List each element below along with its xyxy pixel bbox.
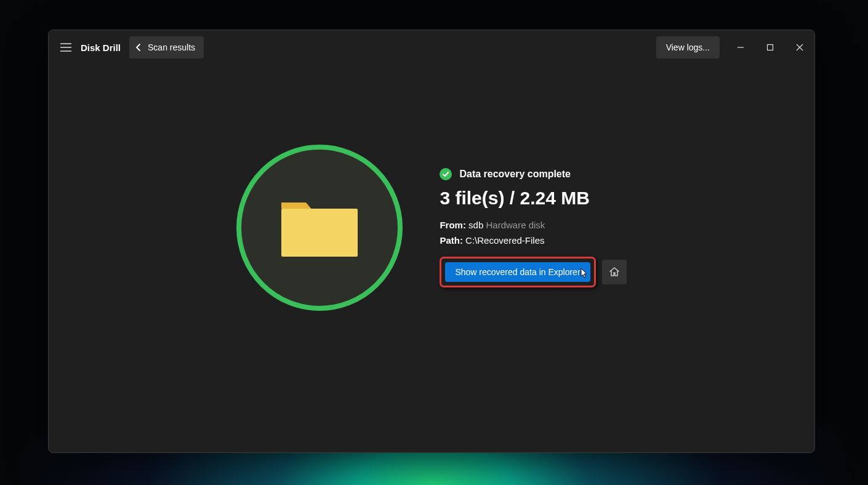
action-row: Show recovered data in Explorer bbox=[440, 257, 626, 287]
path-value: C:\Recovered-Files bbox=[465, 235, 544, 246]
cursor-icon bbox=[578, 268, 588, 280]
minimize-icon bbox=[737, 44, 744, 51]
show-recovered-label: Show recovered data in Explorer bbox=[455, 267, 580, 277]
highlight-frame: Show recovered data in Explorer bbox=[440, 257, 595, 287]
close-icon bbox=[796, 44, 803, 51]
chevron-left-icon bbox=[134, 43, 143, 52]
show-recovered-button[interactable]: Show recovered data in Explorer bbox=[445, 262, 590, 282]
minimize-button[interactable] bbox=[726, 34, 755, 61]
success-folder-graphic bbox=[236, 145, 403, 311]
app-title: Disk Drill bbox=[81, 42, 121, 53]
menu-button[interactable] bbox=[55, 36, 77, 58]
folder-icon bbox=[276, 194, 363, 262]
svg-rect-1 bbox=[281, 209, 358, 257]
status-line: Data recovery complete bbox=[440, 168, 626, 180]
path-line: Path: C:\Recovered-Files bbox=[440, 235, 626, 246]
maximize-button[interactable] bbox=[755, 34, 785, 61]
close-button[interactable] bbox=[785, 34, 814, 61]
back-label: Scan results bbox=[148, 42, 195, 52]
home-button[interactable] bbox=[602, 260, 627, 284]
titlebar: Disk Drill Scan results View logs... bbox=[49, 30, 814, 65]
back-button[interactable]: Scan results bbox=[129, 36, 204, 58]
view-logs-button[interactable]: View logs... bbox=[656, 36, 720, 58]
hamburger-icon bbox=[60, 43, 71, 52]
check-icon bbox=[442, 170, 449, 178]
app-window: Disk Drill Scan results View logs... bbox=[48, 30, 815, 453]
from-value: sdb bbox=[468, 220, 483, 230]
maximize-icon bbox=[766, 44, 774, 51]
path-label: Path: bbox=[440, 235, 463, 246]
window-controls bbox=[726, 34, 814, 61]
content-area: Data recovery complete 3 file(s) / 2.24 … bbox=[49, 65, 814, 452]
info-column: Data recovery complete 3 file(s) / 2.24 … bbox=[440, 168, 626, 287]
from-type: Hardware disk bbox=[486, 220, 545, 230]
recovery-summary: 3 file(s) / 2.24 MB bbox=[440, 188, 626, 209]
svg-rect-0 bbox=[768, 45, 773, 50]
home-icon bbox=[609, 267, 620, 278]
status-text: Data recovery complete bbox=[459, 169, 571, 180]
check-badge bbox=[440, 168, 452, 180]
from-label: From: bbox=[440, 220, 466, 230]
result-row: Data recovery complete 3 file(s) / 2.24 … bbox=[236, 145, 626, 311]
from-line: From: sdb Hardware disk bbox=[440, 220, 626, 230]
